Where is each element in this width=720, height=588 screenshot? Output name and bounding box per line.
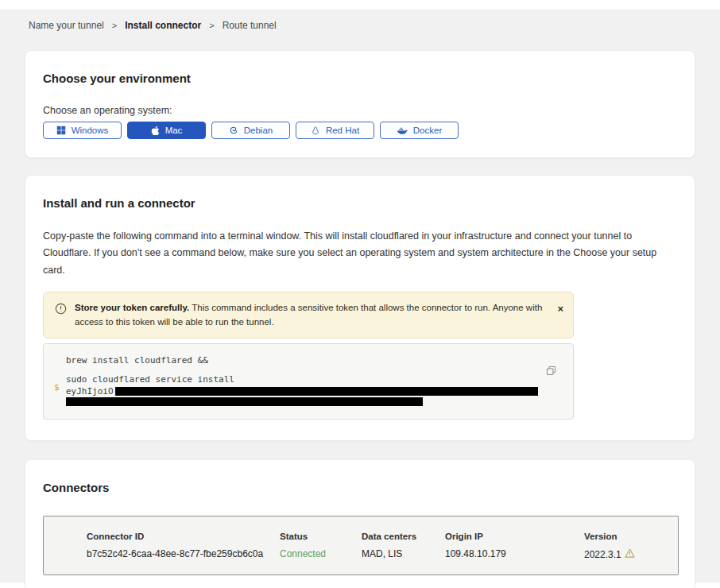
token-line: eyJhIjoiO	[66, 386, 538, 397]
banner-close-icon[interactable]: ×	[557, 304, 563, 314]
os-button-label: Windows	[72, 126, 109, 135]
token-prefix: eyJhIjoiO	[66, 386, 114, 397]
token-warning-banner: Store your token carefully. This command…	[43, 292, 574, 338]
breadcrumb-step-name-your-tunnel[interactable]: Name your tunnel	[29, 20, 104, 31]
redhat-linux-icon	[311, 126, 320, 136]
connector-id-value: b7c52c42-6caa-48ee-8c77-fbe259cb6c0a	[87, 548, 280, 560]
token-warning-bold: Store your token carefully.	[75, 303, 189, 312]
os-button-label: Docker	[413, 126, 442, 135]
terminal-prompt: $	[54, 382, 60, 393]
connector-status-badge: Connected	[280, 548, 362, 560]
install-connector-card: Install and run a connector Copy-paste t…	[25, 175, 695, 441]
breadcrumb-step-install-connector[interactable]: Install connector	[125, 20, 201, 31]
connector-origin-ip-value: 109.48.10.179	[445, 548, 584, 560]
os-button-group: Windows Mac Debian	[43, 122, 677, 139]
install-description: Copy-paste the following command into a …	[43, 228, 677, 279]
connectors-card-title: Connectors	[43, 481, 677, 494]
connector-version-cell: 2022.3.1	[584, 548, 678, 560]
choose-environment-card: Choose your environment Choose an operat…	[25, 50, 695, 158]
docker-icon	[397, 126, 408, 135]
os-button-docker[interactable]: Docker	[380, 122, 459, 139]
connector-data-centers-value: MAD, LIS	[362, 548, 445, 560]
column-header-connector-id: Connector ID	[87, 532, 280, 548]
command-line-2: sudo cloudflared service install	[66, 374, 538, 385]
debian-icon	[229, 126, 238, 135]
os-button-windows[interactable]: Windows	[43, 122, 122, 139]
column-header-origin-ip: Origin IP	[445, 532, 584, 548]
page: Name your tunnel > Install connector > R…	[0, 0, 720, 588]
redacted-token-bar	[115, 387, 538, 396]
page-background: Name your tunnel > Install connector > R…	[0, 10, 720, 582]
breadcrumb-separator: >	[112, 21, 117, 30]
connector-table-row: b7c52c42-6caa-48ee-8c77-fbe259cb6c0a Con…	[87, 548, 678, 560]
os-button-redhat[interactable]: Red Hat	[296, 122, 374, 139]
os-button-label: Debian	[244, 126, 273, 135]
column-header-data-centers: Data centers	[362, 532, 445, 548]
breadcrumb: Name your tunnel > Install connector > R…	[0, 10, 720, 31]
connector-version-value: 2022.3.1	[584, 549, 621, 560]
connectors-card: Connectors Connector ID Status Data cent…	[25, 459, 695, 588]
copy-command-button[interactable]	[545, 365, 557, 379]
os-select-label: Choose an operating system:	[43, 105, 677, 116]
environment-card-title: Choose your environment	[43, 72, 677, 85]
os-button-label: Red Hat	[326, 126, 359, 135]
warning-triangle-icon	[625, 548, 635, 560]
apple-icon	[151, 126, 160, 136]
install-card-title: Install and run a connector	[43, 196, 677, 210]
breadcrumb-step-route-tunnel[interactable]: Route tunnel	[223, 20, 277, 31]
connectors-table-header-row: Connector ID Status Data centers Origin …	[87, 532, 678, 548]
alert-circle-icon	[55, 303, 67, 318]
os-button-debian[interactable]: Debian	[211, 122, 290, 139]
column-header-version: Version	[584, 532, 678, 548]
windows-icon	[56, 126, 66, 135]
token-warning-text: Store your token carefully. This command…	[75, 300, 546, 330]
os-button-label: Mac	[165, 126, 183, 135]
install-command-block: $ brew install cloudflared && sudo cloud…	[43, 343, 574, 420]
os-button-mac[interactable]: Mac	[127, 122, 206, 139]
command-line-1: brew install cloudflared &&	[66, 355, 538, 366]
breadcrumb-separator: >	[209, 21, 214, 30]
connectors-table: Connector ID Status Data centers Origin …	[43, 516, 679, 575]
column-header-status: Status	[280, 532, 362, 548]
copy-icon	[545, 365, 557, 377]
redacted-token-bar	[66, 397, 423, 406]
